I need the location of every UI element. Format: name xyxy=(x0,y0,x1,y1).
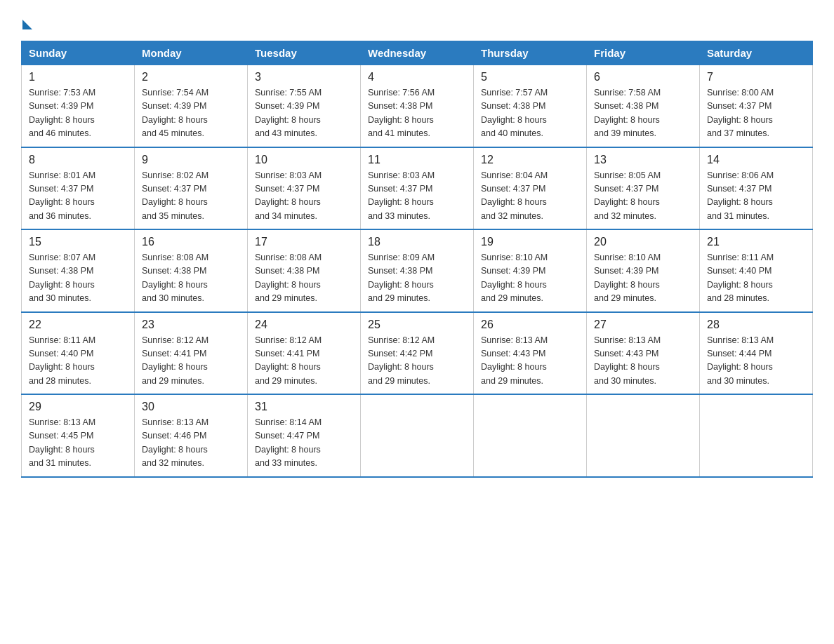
day-cell: 27Sunrise: 8:13 AMSunset: 4:43 PMDayligh… xyxy=(587,312,700,395)
day-number: 16 xyxy=(142,236,240,248)
day-cell xyxy=(700,394,813,477)
day-number: 8 xyxy=(29,154,127,166)
day-number: 21 xyxy=(707,236,805,248)
day-info: Sunrise: 8:02 AMSunset: 4:37 PMDaylight:… xyxy=(142,169,240,224)
day-info: Sunrise: 8:03 AMSunset: 4:37 PMDaylight:… xyxy=(255,169,353,224)
day-info: Sunrise: 7:56 AMSunset: 4:38 PMDaylight:… xyxy=(368,86,466,141)
day-info: Sunrise: 8:13 AMSunset: 4:43 PMDaylight:… xyxy=(481,334,579,389)
day-number: 14 xyxy=(707,154,805,166)
day-cell: 7Sunrise: 8:00 AMSunset: 4:37 PMDaylight… xyxy=(700,65,813,147)
day-number: 4 xyxy=(368,71,466,83)
day-number: 29 xyxy=(29,401,127,413)
day-info: Sunrise: 8:13 AMSunset: 4:46 PMDaylight:… xyxy=(142,416,240,471)
day-cell xyxy=(587,394,700,477)
day-number: 10 xyxy=(255,154,353,166)
day-cell: 3Sunrise: 7:55 AMSunset: 4:39 PMDaylight… xyxy=(248,65,361,147)
day-cell: 12Sunrise: 8:04 AMSunset: 4:37 PMDayligh… xyxy=(474,147,587,230)
day-cell: 13Sunrise: 8:05 AMSunset: 4:37 PMDayligh… xyxy=(587,147,700,230)
week-row-1: 1Sunrise: 7:53 AMSunset: 4:39 PMDaylight… xyxy=(22,65,813,147)
day-info: Sunrise: 7:55 AMSunset: 4:39 PMDaylight:… xyxy=(255,86,353,141)
day-number: 7 xyxy=(707,71,805,83)
day-cell: 14Sunrise: 8:06 AMSunset: 4:37 PMDayligh… xyxy=(700,147,813,230)
day-info: Sunrise: 7:57 AMSunset: 4:38 PMDaylight:… xyxy=(481,86,579,141)
day-cell xyxy=(361,394,474,477)
day-number: 31 xyxy=(255,401,353,413)
header-thursday: Thursday xyxy=(474,41,587,65)
day-cell: 4Sunrise: 7:56 AMSunset: 4:38 PMDaylight… xyxy=(361,65,474,147)
day-number: 1 xyxy=(29,71,127,83)
day-info: Sunrise: 8:08 AMSunset: 4:38 PMDaylight:… xyxy=(255,251,353,306)
day-number: 30 xyxy=(142,401,240,413)
days-header-row: SundayMondayTuesdayWednesdayThursdayFrid… xyxy=(22,41,813,65)
day-number: 27 xyxy=(594,318,692,331)
day-cell: 22Sunrise: 8:11 AMSunset: 4:40 PMDayligh… xyxy=(22,312,135,395)
day-cell: 5Sunrise: 7:57 AMSunset: 4:38 PMDaylight… xyxy=(474,65,587,147)
day-info: Sunrise: 8:13 AMSunset: 4:44 PMDaylight:… xyxy=(707,334,805,389)
day-info: Sunrise: 7:53 AMSunset: 4:39 PMDaylight:… xyxy=(29,86,127,141)
day-info: Sunrise: 8:01 AMSunset: 4:37 PMDaylight:… xyxy=(29,169,127,224)
day-cell: 25Sunrise: 8:12 AMSunset: 4:42 PMDayligh… xyxy=(361,312,474,395)
day-info: Sunrise: 8:13 AMSunset: 4:43 PMDaylight:… xyxy=(594,334,692,389)
day-number: 20 xyxy=(594,236,692,248)
day-info: Sunrise: 8:12 AMSunset: 4:41 PMDaylight:… xyxy=(255,334,353,389)
day-number: 28 xyxy=(707,318,805,331)
day-info: Sunrise: 8:08 AMSunset: 4:38 PMDaylight:… xyxy=(142,251,240,306)
day-cell: 24Sunrise: 8:12 AMSunset: 4:41 PMDayligh… xyxy=(248,312,361,395)
day-cell: 6Sunrise: 7:58 AMSunset: 4:38 PMDaylight… xyxy=(587,65,700,147)
day-number: 17 xyxy=(255,236,353,248)
day-cell: 16Sunrise: 8:08 AMSunset: 4:38 PMDayligh… xyxy=(135,229,248,312)
day-number: 12 xyxy=(481,154,579,166)
day-cell: 8Sunrise: 8:01 AMSunset: 4:37 PMDaylight… xyxy=(22,147,135,230)
day-number: 2 xyxy=(142,71,240,83)
week-row-4: 22Sunrise: 8:11 AMSunset: 4:40 PMDayligh… xyxy=(22,312,813,395)
day-number: 11 xyxy=(368,154,466,166)
logo xyxy=(21,17,32,28)
day-info: Sunrise: 7:54 AMSunset: 4:39 PMDaylight:… xyxy=(142,86,240,141)
day-cell: 2Sunrise: 7:54 AMSunset: 4:39 PMDaylight… xyxy=(135,65,248,147)
day-info: Sunrise: 8:11 AMSunset: 4:40 PMDaylight:… xyxy=(29,334,127,389)
header-friday: Friday xyxy=(587,41,700,65)
day-info: Sunrise: 8:12 AMSunset: 4:42 PMDaylight:… xyxy=(368,334,466,389)
day-cell: 31Sunrise: 8:14 AMSunset: 4:47 PMDayligh… xyxy=(248,394,361,477)
day-cell: 26Sunrise: 8:13 AMSunset: 4:43 PMDayligh… xyxy=(474,312,587,395)
day-number: 26 xyxy=(481,318,579,331)
day-cell: 18Sunrise: 8:09 AMSunset: 4:38 PMDayligh… xyxy=(361,229,474,312)
day-info: Sunrise: 7:58 AMSunset: 4:38 PMDaylight:… xyxy=(594,86,692,141)
day-info: Sunrise: 8:12 AMSunset: 4:41 PMDaylight:… xyxy=(142,334,240,389)
day-cell: 1Sunrise: 7:53 AMSunset: 4:39 PMDaylight… xyxy=(22,65,135,147)
day-number: 13 xyxy=(594,154,692,166)
week-row-2: 8Sunrise: 8:01 AMSunset: 4:37 PMDaylight… xyxy=(22,147,813,230)
day-cell: 11Sunrise: 8:03 AMSunset: 4:37 PMDayligh… xyxy=(361,147,474,230)
day-number: 25 xyxy=(368,318,466,331)
day-info: Sunrise: 8:07 AMSunset: 4:38 PMDaylight:… xyxy=(29,251,127,306)
calendar-table: SundayMondayTuesdayWednesdayThursdayFrid… xyxy=(21,41,813,478)
day-cell: 9Sunrise: 8:02 AMSunset: 4:37 PMDaylight… xyxy=(135,147,248,230)
day-number: 19 xyxy=(481,236,579,248)
day-cell: 15Sunrise: 8:07 AMSunset: 4:38 PMDayligh… xyxy=(22,229,135,312)
day-cell: 20Sunrise: 8:10 AMSunset: 4:39 PMDayligh… xyxy=(587,229,700,312)
day-info: Sunrise: 8:13 AMSunset: 4:45 PMDaylight:… xyxy=(29,416,127,471)
day-number: 18 xyxy=(368,236,466,248)
day-info: Sunrise: 8:14 AMSunset: 4:47 PMDaylight:… xyxy=(255,416,353,471)
day-number: 15 xyxy=(29,236,127,248)
day-cell: 21Sunrise: 8:11 AMSunset: 4:40 PMDayligh… xyxy=(700,229,813,312)
day-info: Sunrise: 8:00 AMSunset: 4:37 PMDaylight:… xyxy=(707,86,805,141)
day-number: 22 xyxy=(29,318,127,331)
day-number: 3 xyxy=(255,71,353,83)
day-cell: 17Sunrise: 8:08 AMSunset: 4:38 PMDayligh… xyxy=(248,229,361,312)
day-number: 6 xyxy=(594,71,692,83)
day-info: Sunrise: 8:05 AMSunset: 4:37 PMDaylight:… xyxy=(594,169,692,224)
header-wednesday: Wednesday xyxy=(361,41,474,65)
day-info: Sunrise: 8:04 AMSunset: 4:37 PMDaylight:… xyxy=(481,169,579,224)
day-number: 23 xyxy=(142,318,240,331)
header-sunday: Sunday xyxy=(22,41,135,65)
day-info: Sunrise: 8:11 AMSunset: 4:40 PMDaylight:… xyxy=(707,251,805,306)
week-row-3: 15Sunrise: 8:07 AMSunset: 4:38 PMDayligh… xyxy=(22,229,813,312)
day-cell: 30Sunrise: 8:13 AMSunset: 4:46 PMDayligh… xyxy=(135,394,248,477)
day-cell xyxy=(474,394,587,477)
day-cell: 23Sunrise: 8:12 AMSunset: 4:41 PMDayligh… xyxy=(135,312,248,395)
day-info: Sunrise: 8:10 AMSunset: 4:39 PMDaylight:… xyxy=(481,251,579,306)
logo-arrow-icon xyxy=(22,20,32,29)
day-cell: 10Sunrise: 8:03 AMSunset: 4:37 PMDayligh… xyxy=(248,147,361,230)
header-tuesday: Tuesday xyxy=(248,41,361,65)
